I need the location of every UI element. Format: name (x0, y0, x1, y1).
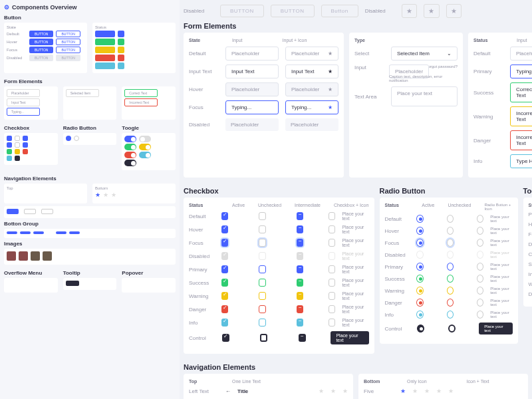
star-icon: ★ (451, 7, 458, 15)
toggle-column: Status Primary Hover Focus Disabled Cont… (523, 198, 532, 307)
form-type-card: Type SelectSelected Item⌄ InputLABELForg… (349, 33, 463, 178)
nav-top-card: TopOne Line Text Left Text←Title★★★ Cent… (184, 374, 353, 399)
radio-title: Radio Button (380, 187, 518, 195)
nav-elements-title: Navigation Elements (184, 363, 528, 371)
outline-button[interactable]: BUTTON (56, 31, 80, 37)
checkbox-title: Checkbox (184, 187, 374, 195)
button-section-title: Button (4, 15, 176, 21)
gear-icon: ⚙ (4, 4, 9, 11)
button-status-card: Status (92, 23, 176, 73)
form-state-card: StateInputInput + Icon DefaultPlaceholde… (184, 33, 344, 178)
checkbox[interactable] (221, 212, 228, 220)
text-input[interactable]: Placeholder (225, 47, 279, 61)
checkbox-card (4, 133, 58, 165)
star-icon: ★ (328, 51, 332, 57)
disabled-button: BUTTON (220, 5, 264, 17)
star-icon[interactable]: ★ (319, 388, 324, 394)
images-section-title: Images (4, 241, 176, 247)
form-elements-title: Form Elements (184, 22, 528, 30)
page-title: ⚙Components Overview (4, 4, 176, 11)
form-section-title: Form Elements (4, 78, 176, 84)
star-icon: ★ (328, 104, 332, 110)
button-states-card: State DefaultBUTTONBUTTON HoverBUTTONBUT… (4, 23, 87, 73)
control-pill[interactable]: Place your text (331, 331, 368, 344)
nav-bottom-card: BottomOnly IconIcon + Text Five★★★★★ Fou… (358, 374, 528, 399)
arrow-left-icon[interactable]: ← (225, 388, 231, 394)
checkbox-matrix: StatusActiveUncheckedIntermediateCheckbo… (184, 198, 374, 354)
radio[interactable] (416, 215, 423, 223)
toggle-section-title: Toogle (122, 125, 176, 131)
btngroup-section-title: Botton Group (4, 221, 176, 227)
chevron-down-icon: ⌄ (447, 51, 452, 57)
star-icon: ★ (328, 86, 332, 92)
radio-section-title: Radio Button (63, 125, 117, 131)
detail-panel: Disabled BUTTON BUTTON Button Disabled ★… (180, 0, 532, 399)
overview-panel: ⚙Components Overview Button State Defaul… (0, 0, 180, 399)
form-status-card: StatusInput DefaultPlaceholder PrimaryTy… (468, 33, 532, 178)
star-icon: ★ (428, 7, 435, 15)
textarea-input[interactable]: Place your text (391, 86, 458, 106)
nav-section-title: Navigation Elements (4, 176, 176, 182)
disabled-buttons-row: Disabled BUTTON BUTTON Button Disabled ★… (184, 4, 528, 18)
radio-matrix: StatusActiveUncheckedRadio Button + Icon… (380, 198, 518, 344)
toggle-title: Toogle (523, 187, 532, 195)
star-icon: ★ (406, 7, 413, 15)
star-icon: ★ (328, 68, 332, 74)
select-input[interactable]: Selected Item⌄ (391, 47, 458, 61)
star-icon-active[interactable]: ★ (400, 388, 406, 394)
primary-button[interactable]: BUTTON (29, 31, 53, 37)
checkbox-section-title: Checkbox (4, 125, 58, 131)
